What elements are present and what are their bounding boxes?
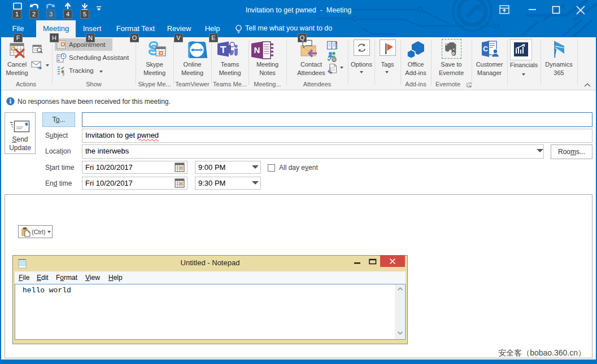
svg-text:C: C (483, 45, 488, 53)
svg-text:N: N (254, 45, 260, 55)
svg-text:?: ? (62, 72, 65, 77)
svg-text:@: @ (332, 58, 336, 62)
